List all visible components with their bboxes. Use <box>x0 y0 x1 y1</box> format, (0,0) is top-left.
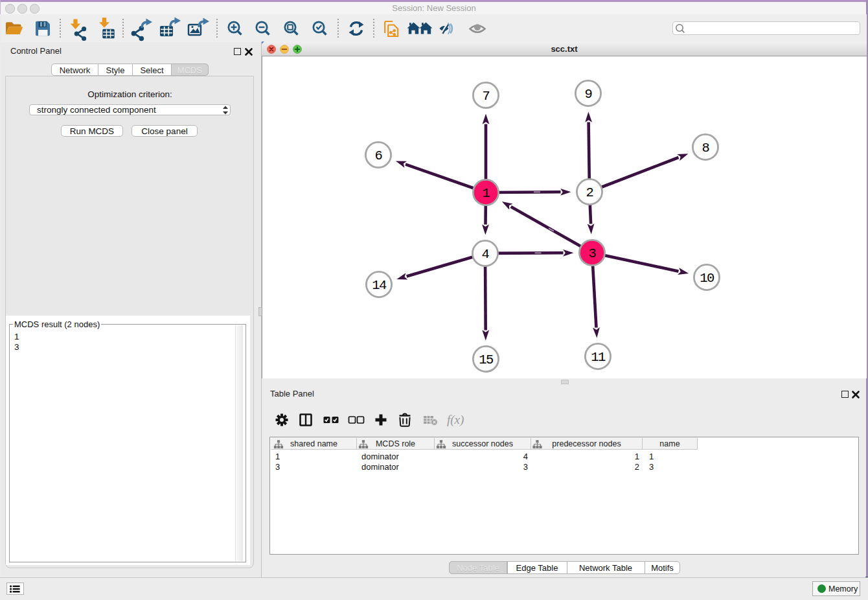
svg-text:4: 4 <box>482 247 490 262</box>
svg-text:6: 6 <box>375 148 382 163</box>
svg-text:f(x): f(x) <box>447 413 464 427</box>
svg-text:8: 8 <box>702 141 709 156</box>
svg-text:3: 3 <box>589 246 596 261</box>
svg-text:2: 2 <box>586 185 593 200</box>
svg-text:7: 7 <box>483 89 490 104</box>
svg-text:1: 1 <box>483 186 490 201</box>
svg-text:9: 9 <box>585 87 592 102</box>
svg-text:10: 10 <box>700 271 714 286</box>
svg-text:15: 15 <box>479 352 493 367</box>
svg-text:11: 11 <box>591 350 606 365</box>
svg-text:14: 14 <box>372 278 387 293</box>
